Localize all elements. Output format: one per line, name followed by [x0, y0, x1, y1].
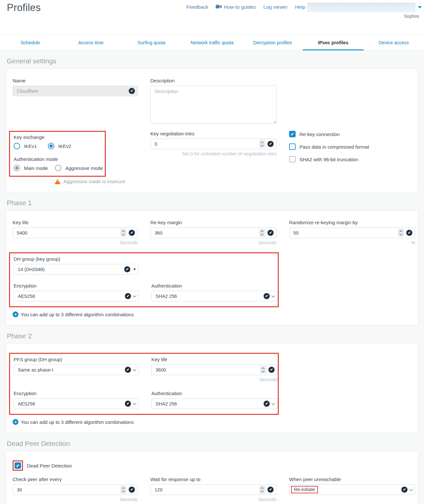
p1-key-life-input[interactable]	[13, 230, 137, 236]
p1-encryption-group: Encryption AES256 ✔	[14, 283, 139, 301]
spinner-control[interactable]	[259, 229, 265, 237]
general-settings-heading: General settings	[7, 57, 417, 65]
p2-key-life-input[interactable]	[152, 367, 277, 373]
valid-check-icon: ✔	[264, 293, 270, 299]
p1-key-life-label: Key life	[13, 220, 138, 225]
p2-pfs-select[interactable]: Same as phase-I ✔	[14, 364, 139, 375]
tab-schedule[interactable]: Schedule	[0, 35, 60, 50]
options-checkbox-group: ✔ Re-key connection ✔ Pass data in compr…	[289, 131, 415, 169]
page-title: Profiles	[7, 2, 41, 14]
description-field-group: Description	[150, 78, 277, 125]
valid-check-icon: ✔	[124, 266, 130, 272]
valid-check-icon: ✔	[125, 367, 131, 373]
p2-key-life-group: Key life ✔ Seconds	[151, 357, 277, 382]
radio-aggressive-mode[interactable]	[55, 165, 61, 171]
p2-add-combination-note: + You can add up to 3 different algorith…	[13, 419, 411, 425]
p1-key-life-group: Key life ✔ Seconds	[13, 220, 138, 245]
p2-algorithms-highlight-box: PFS group (DH group) Same as phase-I ✔ K…	[9, 353, 279, 415]
radio-aggressive-mode-label: Aggressive mode	[65, 165, 103, 171]
chevron-down-icon	[271, 294, 275, 297]
valid-check-icon: ✔	[401, 487, 408, 493]
chevron-down-icon	[133, 401, 136, 405]
spinner-control[interactable]	[260, 366, 266, 374]
p1-authentication-value: SHA2 256	[152, 294, 177, 299]
dpd-check-peer-unit: Seconds	[13, 497, 138, 502]
spinner-control[interactable]	[398, 229, 404, 237]
valid-check-icon: ✔	[267, 487, 274, 493]
tab-access-time[interactable]: Access time	[60, 35, 121, 50]
valid-check-icon: ✔	[264, 401, 270, 407]
p1-encryption-value: AES256	[14, 294, 35, 299]
description-textarea[interactable]	[150, 86, 277, 124]
radio-ikev2-label: IKEv2	[58, 143, 71, 149]
rekey-connection-label: Re-key connection	[299, 131, 340, 137]
p1-dh-group-select[interactable]: 14 (DH2048) ✔	[14, 264, 139, 275]
log-viewer-link[interactable]: Log viewer	[263, 4, 288, 10]
dpd-wait-unit: Seconds	[150, 497, 277, 502]
howto-guides-link[interactable]: How-to guides	[216, 4, 256, 10]
p2-authentication-select[interactable]: SHA2 256 ✔	[151, 398, 277, 409]
tab-ipsec-profiles[interactable]: IPsec profiles	[303, 35, 363, 50]
name-label: Name	[13, 78, 138, 83]
howto-guides-label: How-to guides	[224, 4, 256, 10]
account-caret-down-icon[interactable]	[418, 6, 422, 8]
p2-pfs-value: Same as phase-I	[14, 367, 53, 373]
valid-check-icon: ✔	[267, 230, 274, 236]
compressed-format-checkbox[interactable]: ✔	[289, 143, 296, 150]
chevron-down-icon	[133, 367, 136, 371]
p1-algorithms-highlight-box: DH group (key group) 14 (DH2048) ✔ Encry…	[9, 252, 279, 307]
phase2-card: PFS group (DH group) Same as phase-I ✔ K…	[6, 343, 418, 433]
dpd-card: ✔ Dead Peer Detection Check peer after e…	[6, 451, 418, 504]
phase1-card: Key life ✔ Seconds Re-key margin ✔ Secon…	[6, 210, 418, 325]
spinner-control[interactable]	[120, 229, 126, 237]
p1-randomize-input[interactable]	[289, 230, 415, 236]
aggressive-warning-text: Aggressive mode is insecure	[63, 179, 125, 184]
p2-encryption-select[interactable]: AES256 ✔	[14, 398, 139, 409]
valid-check-icon: ✔	[268, 367, 275, 373]
p1-encryption-select[interactable]: AES256 ✔	[14, 291, 139, 301]
radio-ikev2[interactable]	[48, 143, 54, 149]
general-settings-card: Name Cloudflare ✔ Description Key exchan…	[6, 68, 418, 192]
radio-ikev1[interactable]	[14, 143, 20, 149]
dpd-when-unreachable-select[interactable]: Re-initiate ✔	[289, 484, 415, 495]
sha2-truncation-checkbox[interactable]	[289, 156, 296, 163]
key-negotiation-field-group: Key negotiation tries ✔ Set 0 for unlimi…	[150, 131, 277, 156]
video-camera-icon	[216, 4, 222, 10]
spinner-control[interactable]	[259, 140, 265, 148]
valid-check-icon: ✔	[125, 401, 131, 407]
tab-surfing-quota[interactable]: Surfing quota	[121, 35, 182, 50]
auth-mode-label: Authentication mode	[14, 156, 105, 162]
dpd-wait-input[interactable]	[151, 487, 276, 492]
spinner-control[interactable]	[120, 486, 126, 494]
add-plus-icon[interactable]: +	[13, 419, 18, 425]
dpd-when-unreachable-label: When peer unreachable	[289, 477, 415, 482]
dpd-check-peer-input[interactable]	[13, 487, 137, 492]
dpd-checkbox-highlight-box: ✔	[13, 460, 23, 471]
dpd-enable-checkbox[interactable]: ✔	[15, 462, 21, 469]
p1-dh-group-label: DH group (key group)	[14, 256, 273, 262]
p1-authentication-label: Authentication	[151, 283, 277, 289]
key-negotiation-input[interactable]	[151, 142, 276, 147]
tab-device-access[interactable]: Device access	[364, 35, 424, 50]
sha2-truncation-label: SHA2 with 96-bit truncation	[299, 157, 358, 162]
tab-network-traffic-quota[interactable]: Network traffic quota	[182, 35, 242, 50]
rekey-connection-checkbox[interactable]: ✔	[289, 131, 296, 137]
key-negotiation-input-wrap: ✔	[150, 139, 277, 149]
dpd-check-peer-label: Check peer after every	[13, 477, 138, 482]
p2-key-life-label: Key life	[151, 357, 277, 362]
key-negotiation-help: Set 0 for unlimited number of negotiatio…	[150, 151, 277, 156]
p2-authentication-value: SHA2 256	[152, 401, 177, 406]
spinner-control[interactable]	[259, 486, 265, 494]
dpd-check-peer-group: Check peer after every ✔ Seconds	[13, 477, 138, 502]
p2-authentication-label: Authentication	[151, 391, 277, 396]
help-link[interactable]: Help	[295, 4, 305, 10]
p1-rekey-margin-input[interactable]	[151, 230, 276, 236]
p1-authentication-select[interactable]: SHA2 256 ✔	[151, 291, 277, 301]
tab-decryption-profiles[interactable]: Decryption profiles	[242, 35, 303, 50]
add-plus-icon[interactable]: +	[13, 311, 18, 317]
valid-check-icon: ✔	[125, 293, 131, 299]
account-name-redacted[interactable]	[307, 3, 416, 12]
key-negotiation-label: Key negotiation tries	[150, 131, 277, 136]
radio-main-mode[interactable]	[14, 165, 20, 171]
feedback-link[interactable]: Feedback	[186, 4, 208, 10]
